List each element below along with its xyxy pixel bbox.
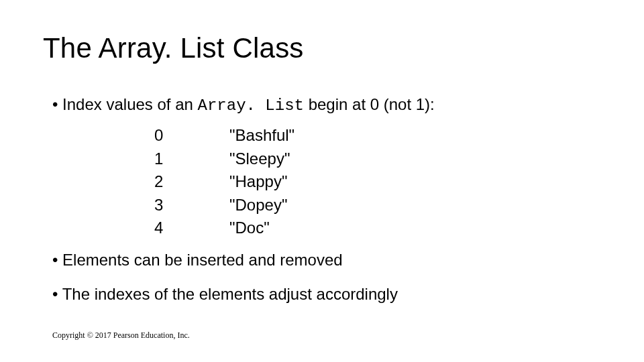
bullet1-post: begin at 0 (not 1): [304, 95, 435, 113]
value-cell: "Sleepy" [229, 148, 294, 170]
bullet1-code: Array. List [198, 97, 304, 115]
value-cell: "Bashful" [229, 125, 294, 146]
bullet-indexes-adjust: • The indexes of the elements adjust acc… [52, 284, 604, 305]
value-cell: "Dopey" [229, 194, 294, 216]
table-row: 2 "Happy" [154, 171, 294, 192]
value-cell: "Happy" [229, 171, 294, 192]
index-cell: 3 [154, 194, 228, 216]
index-value-table: 0 "Bashful" 1 "Sleepy" 2 "Happy" 3 "Dope… [153, 123, 296, 240]
slide-body: • Index values of an Array. List begin a… [52, 94, 604, 312]
table-row: 3 "Dopey" [154, 194, 294, 216]
index-cell: 2 [154, 171, 228, 192]
table-row: 4 "Doc" [154, 217, 294, 239]
bullet-index-values: • Index values of an Array. List begin a… [52, 94, 604, 117]
bullet-insert-remove: • Elements can be inserted and removed [52, 249, 604, 271]
bullet1-pre: • Index values of an [52, 95, 198, 113]
table-row: 0 "Bashful" [154, 125, 294, 146]
table-row: 1 "Sleepy" [154, 148, 294, 170]
index-cell: 4 [154, 217, 228, 239]
value-cell: "Doc" [229, 217, 294, 239]
slide-title: The Array. List Class [43, 32, 304, 64]
copyright-notice: Copyright © 2017 Pearson Education, Inc. [52, 330, 190, 341]
index-cell: 0 [154, 125, 228, 146]
index-cell: 1 [154, 148, 228, 170]
slide: The Array. List Class • Index values of … [0, 0, 644, 362]
